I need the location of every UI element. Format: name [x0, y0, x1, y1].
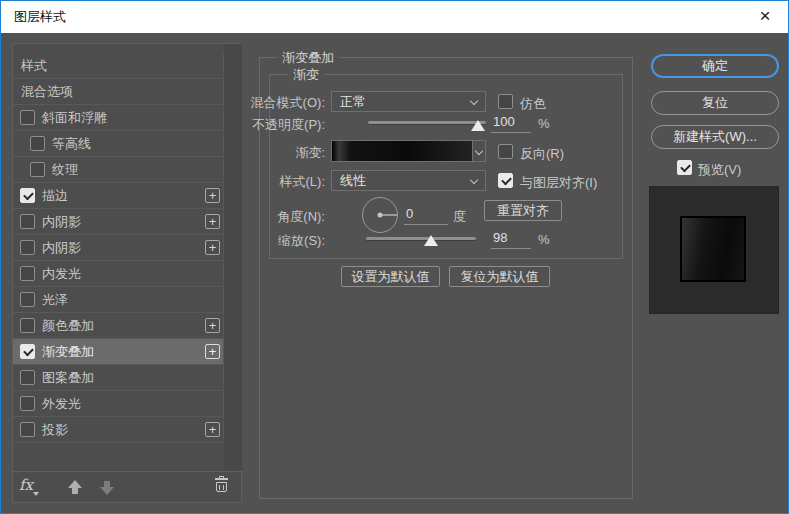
checkbox[interactable]: [20, 344, 35, 359]
checkbox[interactable]: [30, 162, 45, 177]
preview-label: 预览(V): [698, 161, 741, 179]
sidebar-item-drop-shadow[interactable]: 投影 +: [13, 417, 223, 443]
sidebar-item-label: 描边: [42, 187, 68, 205]
sidebar-item-label: 内阴影: [42, 213, 81, 231]
checkbox[interactable]: [20, 422, 35, 437]
gradient-dropdown[interactable]: [472, 141, 485, 161]
dither-label: 仿色: [520, 95, 546, 113]
group-title: 渐变叠加: [277, 49, 339, 67]
sidebar-item-outer-glow[interactable]: 外发光: [13, 391, 223, 417]
move-effect-down-button[interactable]: [99, 480, 115, 495]
delete-effect-button[interactable]: [215, 476, 229, 493]
align-with-layer-checkbox[interactable]: [498, 173, 513, 188]
add-effect-button[interactable]: +: [205, 240, 220, 255]
blend-mode-label: 混合模式(O):: [243, 94, 325, 112]
sidebar-item-label: 纹理: [52, 161, 78, 179]
plus-icon: +: [209, 422, 217, 437]
sidebar-item-bevel-emboss[interactable]: 斜面和浮雕: [13, 105, 223, 131]
sidebar-item-contour[interactable]: 等高线: [13, 131, 223, 157]
reset-to-default-button[interactable]: 复位为默认值: [449, 266, 550, 287]
opacity-unit: %: [538, 116, 550, 131]
titlebar: 图层样式 ×: [1, 1, 788, 33]
checkbox[interactable]: [20, 188, 35, 203]
scale-label: 缩放(S):: [243, 232, 325, 250]
close-icon: ×: [759, 5, 770, 26]
preview-checkbox[interactable]: [677, 160, 692, 175]
styles-list-panel: 样式 混合选项 斜面和浮雕 等高线 纹理 描边 +: [12, 43, 242, 503]
opacity-slider[interactable]: [368, 121, 486, 124]
plus-icon: +: [209, 188, 217, 203]
sidebar-item-label: 内发光: [42, 265, 81, 283]
checkbox[interactable]: [20, 110, 35, 125]
dither-checkbox[interactable]: [498, 94, 513, 109]
opacity-label: 不透明度(P):: [243, 116, 325, 134]
styles-list-footer: fx: [13, 471, 241, 502]
blend-mode-select[interactable]: 正常: [331, 91, 486, 112]
opacity-slider-thumb[interactable]: [471, 120, 485, 131]
angle-unit: 度: [453, 208, 466, 226]
move-effect-up-button[interactable]: [67, 480, 83, 495]
gradient-picker[interactable]: [331, 140, 486, 162]
sidebar-item-label: 外发光: [42, 395, 81, 413]
checkbox[interactable]: [30, 136, 45, 151]
styles-list: 样式 混合选项 斜面和浮雕 等高线 纹理 描边 +: [13, 53, 224, 443]
ok-button[interactable]: 确定: [651, 54, 779, 78]
sidebar-item-inner-shadow-2[interactable]: 内阴影 +: [13, 235, 223, 261]
sidebar-item-gradient-overlay[interactable]: 渐变叠加 +: [13, 339, 223, 365]
sidebar-item-styles[interactable]: 样式: [13, 53, 223, 79]
sidebar-item-satin[interactable]: 光泽: [13, 287, 223, 313]
subgroup-title: 渐变: [288, 66, 324, 84]
chevron-down-icon: [470, 97, 478, 105]
blend-mode-value: 正常: [340, 92, 366, 111]
sidebar-item-label: 颜色叠加: [42, 317, 94, 335]
checkbox[interactable]: [20, 396, 35, 411]
add-effect-button[interactable]: +: [205, 214, 220, 229]
checkbox[interactable]: [20, 266, 35, 281]
sidebar-item-texture[interactable]: 纹理: [13, 157, 223, 183]
plus-icon: +: [209, 214, 217, 229]
style-label: 样式(L):: [243, 173, 325, 191]
plus-icon: +: [209, 344, 217, 359]
scale-unit: %: [538, 232, 550, 247]
chevron-down-icon: [475, 147, 483, 155]
make-default-button[interactable]: 设置为默认值: [341, 266, 440, 287]
close-button[interactable]: ×: [742, 1, 788, 33]
scale-value[interactable]: 98: [491, 230, 531, 249]
checkbox[interactable]: [20, 370, 35, 385]
style-select[interactable]: 线性: [331, 170, 486, 191]
add-effect-button[interactable]: +: [205, 422, 220, 437]
add-effect-button[interactable]: +: [205, 318, 220, 333]
style-value: 线性: [340, 171, 366, 190]
new-style-button[interactable]: 新建样式(W)...: [651, 125, 779, 149]
checkbox[interactable]: [20, 318, 35, 333]
align-with-layer-label: 与图层对齐(I): [520, 174, 597, 192]
fx-menu-button[interactable]: fx: [19, 476, 33, 494]
sidebar-item-label: 图案叠加: [42, 369, 94, 387]
scale-slider[interactable]: [366, 237, 476, 240]
angle-value[interactable]: 0: [404, 206, 448, 225]
sidebar-item-blending-options[interactable]: 混合选项: [13, 79, 223, 105]
sidebar-item-label: 等高线: [52, 135, 91, 153]
sidebar-item-label: 内阴影: [42, 239, 81, 257]
reset-button[interactable]: 复位: [651, 91, 779, 115]
add-effect-button[interactable]: +: [205, 188, 220, 203]
window-title: 图层样式: [14, 1, 66, 33]
scale-slider-thumb[interactable]: [424, 235, 438, 246]
checkbox[interactable]: [20, 214, 35, 229]
preview-swatch: [680, 216, 746, 282]
checkbox[interactable]: [20, 292, 35, 307]
sidebar-item-label: 光泽: [42, 291, 68, 309]
layer-style-dialog: 图层样式 × 样式 混合选项 斜面和浮雕 等高线 纹理: [0, 0, 789, 514]
sidebar-item-inner-shadow-1[interactable]: 内阴影 +: [13, 209, 223, 235]
reverse-checkbox[interactable]: [498, 144, 513, 159]
opacity-value[interactable]: 100: [491, 114, 531, 133]
plus-icon: +: [209, 240, 217, 255]
add-effect-button[interactable]: +: [205, 344, 220, 359]
angle-dial[interactable]: [362, 197, 398, 233]
sidebar-item-color-overlay[interactable]: 颜色叠加 +: [13, 313, 223, 339]
sidebar-item-stroke[interactable]: 描边 +: [13, 183, 223, 209]
sidebar-item-pattern-overlay[interactable]: 图案叠加: [13, 365, 223, 391]
sidebar-item-inner-glow[interactable]: 内发光: [13, 261, 223, 287]
checkbox[interactable]: [20, 240, 35, 255]
reset-alignment-button[interactable]: 重置对齐: [484, 200, 562, 221]
